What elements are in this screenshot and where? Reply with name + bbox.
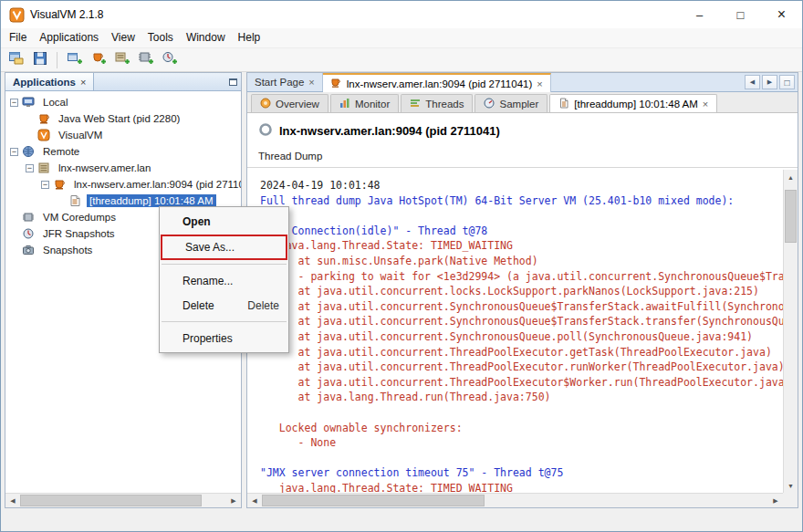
minimize-panel-button[interactable] (224, 73, 241, 90)
titlebar: VisualVM 2.1.8 – □ × (1, 1, 802, 28)
subtab-threaddump[interactable]: [threaddump] 10:01:48 AM × (549, 94, 717, 112)
maximize-view-button[interactable]: □ (779, 75, 795, 89)
scroll-tabs-right-button[interactable]: ▶ (762, 75, 777, 89)
scrollbar-thumb[interactable] (262, 495, 485, 506)
host-icon (37, 162, 52, 174)
context-menu-open[interactable]: Open (160, 209, 288, 234)
close-button[interactable]: × (761, 1, 802, 28)
visualvm-app-icon (37, 129, 52, 141)
tab-jmx-application[interactable]: lnx-nwserv.amer.lan:9094 (pid 2711041) × (323, 73, 551, 92)
tree-item-label: JFR Snapshots (40, 227, 118, 240)
menu-window[interactable]: Window (180, 28, 232, 47)
scroll-tabs-left-button[interactable]: ◀ (745, 75, 760, 89)
tree-item-label: lnx-nwserv.amer.lan (56, 162, 153, 174)
jfr-snapshots-icon (22, 227, 36, 240)
menu-applications[interactable]: Applications (33, 28, 105, 47)
context-menu-properties[interactable]: Properties (160, 326, 288, 350)
close-tab-icon[interactable]: × (308, 77, 314, 88)
add-remote-host-icon (114, 50, 130, 69)
application-heading: lnx-nwserv.amer.lan:9094 (pid 2711041) (247, 113, 798, 147)
close-panel-icon[interactable]: × (80, 77, 86, 88)
add-application-icon (67, 50, 83, 69)
subtab-overview[interactable]: Overview (251, 94, 328, 112)
tree-item-remote[interactable]: − Remote (5, 143, 241, 160)
add-application-button[interactable] (64, 50, 85, 70)
menu-file[interactable]: File (3, 28, 33, 47)
collapse-toggle-icon[interactable]: − (26, 164, 34, 172)
scrollbar-track[interactable] (262, 494, 768, 507)
tree-item-visualvm[interactable]: VisualVM (5, 127, 241, 143)
collapse-toggle-icon[interactable]: − (10, 148, 18, 156)
subtab-label: [threaddump] 10:01:48 AM (574, 99, 698, 110)
application-heading-text: lnx-nwserv.amer.lan:9094 (pid 2711041) (279, 124, 500, 138)
dump-line: at sun.misc.Unsafe.park(Native Method) (260, 255, 783, 270)
tree-item-local[interactable]: − Local (5, 94, 241, 110)
tree-item-label: lnx-nwserv.amer.lan:9094 (pid 2711041) (71, 178, 241, 191)
tab-label: Start Page (255, 77, 304, 88)
collapse-toggle-icon[interactable]: − (41, 181, 49, 189)
subtab-threads[interactable]: Threads (401, 94, 473, 112)
close-tab-icon[interactable]: × (537, 78, 542, 89)
thread-dump-text[interactable]: 2024-04-19 10:01:48 Full thread dump Jav… (247, 170, 783, 493)
menu-tools[interactable]: Tools (141, 28, 180, 47)
scroll-right-icon[interactable]: ▶ (226, 494, 241, 507)
dump-line: at java.util.concurrent.ThreadPoolExecut… (260, 376, 783, 391)
subtab-monitor[interactable]: Monitor (330, 94, 399, 112)
tree-item-java-web-start[interactable]: Java Web Start (pid 2280) (5, 110, 241, 127)
dump-line: at java.util.concurrent.locks.LockSuppor… (260, 285, 783, 300)
scrollbar-track[interactable] (20, 494, 226, 507)
tab-start-page[interactable]: Start Page × (247, 73, 323, 91)
dump-line: at java.util.concurrent.SynchronousQueue… (260, 315, 783, 330)
subtab-sampler[interactable]: Sampler (474, 94, 548, 112)
dump-line: at java.lang.Thread.run(Thread.java:750) (260, 391, 783, 406)
context-menu-save-as[interactable]: Save As... (162, 236, 286, 258)
tree-item-remote-host[interactable]: − lnx-nwserv.amer.lan (5, 160, 241, 176)
tree-item-label: Local (40, 96, 71, 109)
vm-coredumps-icon (22, 211, 36, 224)
dump-line (260, 406, 783, 422)
applications-horizontal-scrollbar[interactable]: ◀ ▶ (5, 493, 241, 507)
dump-horizontal-scrollbar[interactable]: ◀ ▶ (247, 493, 783, 507)
close-subtab-icon[interactable]: × (703, 99, 708, 110)
maximize-button[interactable]: □ (720, 1, 761, 28)
menu-view[interactable]: View (105, 28, 141, 47)
add-jmx-connection-icon (90, 50, 107, 69)
tree-item-label: [threaddump] 10:01:48 AM (87, 194, 216, 207)
sampler-icon (484, 98, 495, 110)
tree-item-jmx-application[interactable]: − lnx-nwserv.amer.lan:9094 (pid 2711041) (5, 176, 241, 193)
applications-panel-title: Applications (13, 77, 76, 88)
collapse-toggle-icon[interactable]: − (10, 99, 18, 107)
menu-help[interactable]: Help (232, 28, 267, 47)
scroll-right-icon[interactable]: ▶ (768, 494, 783, 507)
add-vm-coredump-button[interactable] (135, 50, 156, 70)
scroll-left-icon[interactable]: ◀ (5, 494, 20, 507)
window-controls: – □ × (679, 1, 802, 28)
add-jfr-snapshot-button[interactable] (159, 50, 180, 70)
scrollbar-track[interactable] (784, 184, 798, 478)
dump-line: at java.util.concurrent.ThreadPoolExecut… (260, 346, 783, 361)
dock-window-icon (229, 78, 237, 86)
minimize-button[interactable]: – (679, 1, 720, 28)
dump-line: Full thread dump Java HotSpot(TM) 64-Bit… (260, 194, 783, 210)
load-snapshot-button[interactable] (5, 50, 26, 70)
scroll-left-icon[interactable]: ◀ (247, 494, 262, 507)
document-tabbar: Start Page × lnx-nwserv.amer.lan:9094 (p… (247, 73, 798, 92)
add-jfr-snapshot-icon (162, 50, 178, 69)
context-menu: Open Save As... Rename... Delete Delete … (159, 206, 289, 353)
scrollbar-corner (783, 493, 798, 507)
scroll-up-icon[interactable]: ▲ (784, 170, 798, 184)
applications-panel-tab[interactable]: Applications × (5, 73, 94, 90)
scrollbar-thumb[interactable] (20, 495, 202, 506)
workspace: Applications × − Local Java Web Start (p… (5, 72, 798, 508)
dump-vertical-scrollbar[interactable]: ▲ ▼ (783, 170, 798, 493)
save-snapshot-button[interactable] (29, 50, 50, 70)
context-menu-delete[interactable]: Delete Delete (160, 293, 288, 318)
add-remote-host-button[interactable] (111, 50, 132, 70)
scrollbar-thumb[interactable] (785, 190, 797, 243)
menu-separator (162, 321, 287, 322)
subtab-label: Overview (276, 99, 319, 110)
add-jmx-connection-button[interactable] (88, 50, 109, 70)
scroll-down-icon[interactable]: ▼ (784, 478, 798, 493)
context-menu-rename[interactable]: Rename... (160, 268, 288, 293)
toolbar-separator (57, 52, 57, 68)
